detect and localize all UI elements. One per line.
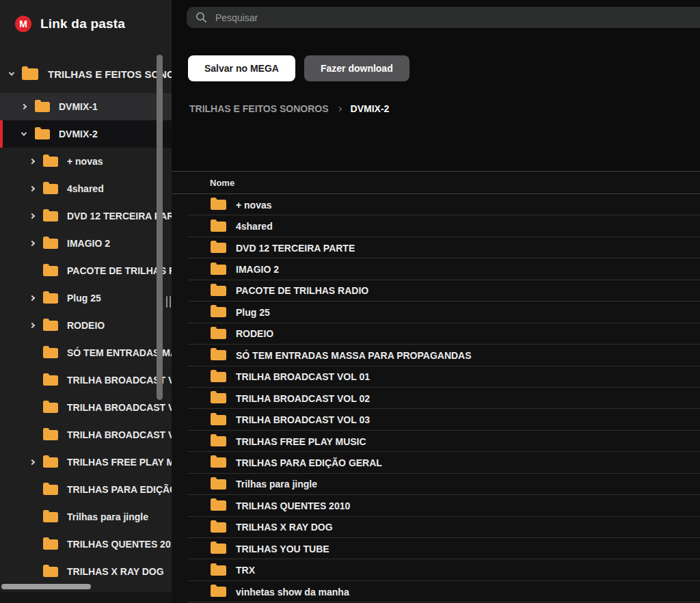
tree-item[interactable]: 4shared <box>0 175 172 202</box>
table-row[interactable]: PACOTE DE TRILHAS RADIO <box>172 280 700 302</box>
row-label: TRILHAS QUENTES 2010 <box>236 500 350 511</box>
table-row[interactable]: SÓ TEM ENTRADAS MASSA PARA PROPAGANDAS <box>172 345 700 366</box>
list-header[interactable]: Nome <box>172 171 700 194</box>
breadcrumb: TRILHAS E FEITOS SONOROS DVMIX-2 <box>189 103 389 114</box>
table-row[interactable]: TRILHAS YOU TUBE <box>172 538 700 559</box>
table-row[interactable]: IMAGIO 2 <box>172 258 700 280</box>
chevron-right-icon[interactable] <box>27 214 37 218</box>
folder-icon <box>43 375 58 386</box>
folder-icon <box>43 293 58 304</box>
tree-item-dvmix-2[interactable]: DVMIX-2 <box>0 120 172 148</box>
folder-icon <box>43 239 58 249</box>
folder-icon <box>211 500 226 511</box>
tree-item[interactable]: PACOTE DE TRILHAS RADIO <box>0 257 172 284</box>
save-to-mega-button[interactable]: Salvar no MEGA <box>188 55 295 81</box>
mega-logo-icon[interactable]: M <box>15 16 31 32</box>
folder-icon <box>43 567 58 577</box>
sidebar-resize-handle[interactable] <box>166 296 171 308</box>
tree-item[interactable]: TRILHAS PARA EDIÇÃO GERAL <box>0 476 172 503</box>
tree-item[interactable]: TRILHAS X RAY DOG <box>0 558 172 585</box>
tree-item[interactable]: RODEIO <box>0 312 172 339</box>
tree-item[interactable]: TRILHA BROADCAST VOL 03 <box>0 421 172 448</box>
row-label: Trilhas para jingle <box>236 479 317 490</box>
tree-item-label: TRILHAS X RAY DOG <box>67 566 164 577</box>
row-label: RODEIO <box>236 328 273 339</box>
tree-item[interactable]: TRILHAS FREE PLAY MUSIC <box>0 448 172 476</box>
tree-item[interactable]: TRILHA BROADCAST VOL 02 <box>0 394 172 421</box>
page-title: Link da pasta <box>40 16 125 31</box>
chevron-right-icon[interactable] <box>27 460 37 464</box>
tree-item-label: TRILHAS FREE PLAY MUSIC <box>67 457 172 468</box>
folder-icon <box>43 321 58 331</box>
row-label: TRX <box>236 565 255 576</box>
folder-icon <box>43 266 58 276</box>
search-bar[interactable] <box>187 7 700 28</box>
tree-root-folder[interactable]: TRILHAS E FEITOS SONOROS <box>0 59 172 89</box>
tree-item-label: DVMIX-2 <box>59 129 98 139</box>
row-label: TRILHA BROADCAST VOL 01 <box>236 371 370 382</box>
chevron-right-icon[interactable] <box>27 187 37 191</box>
table-row[interactable]: TRILHAS FREE PLAY MUSIC <box>172 431 700 452</box>
tree-item[interactable]: IMAGIO 2 <box>0 230 172 257</box>
sidebar-vertical-scrollbar[interactable] <box>157 55 163 400</box>
file-list: Nome + novas 4shared DVD 12 TERCEIRA PAR… <box>172 171 700 603</box>
table-row[interactable]: RODEIO <box>172 323 700 345</box>
table-row[interactable]: 4shared <box>172 215 700 237</box>
chevron-right-icon[interactable] <box>27 159 37 163</box>
folder-icon <box>43 539 58 550</box>
row-label: TRILHA BROADCAST VOL 03 <box>236 414 370 425</box>
table-row[interactable]: TRILHAS PARA EDIÇÃO GERAL <box>172 452 700 473</box>
tree-item[interactable]: + novas <box>0 148 172 175</box>
tree-item[interactable]: Plug 25 <box>0 284 172 312</box>
tree-item-label: TRILHAS E FEITOS SONOROS <box>48 68 172 80</box>
action-buttons: Salvar no MEGA Fazer download <box>188 55 409 81</box>
tree-item[interactable]: TRILHA BROADCAST VOL 01 <box>0 366 172 394</box>
tree-item-label: IMAGIO 2 <box>67 238 110 249</box>
tree-item[interactable]: DVD 12 TERCEIRA PARTE <box>0 202 172 230</box>
table-row[interactable]: + novas <box>172 194 700 215</box>
folder-icon <box>211 286 226 296</box>
tree-item-dvmix-1[interactable]: DVMIX-1 <box>0 93 172 120</box>
chevron-down-icon[interactable] <box>19 132 29 136</box>
table-row[interactable]: TRX <box>172 559 700 580</box>
chevron-right-icon[interactable] <box>27 323 37 327</box>
table-row[interactable]: TRILHA BROADCAST VOL 02 <box>172 388 700 409</box>
row-label: SÓ TEM ENTRADAS MASSA PARA PROPAGANDAS <box>236 350 472 361</box>
sidebar: M Link da pasta TRILHAS E FEITOS SONOROS… <box>0 0 172 603</box>
breadcrumb-parent[interactable]: TRILHAS E FEITOS SONOROS <box>189 103 329 114</box>
table-row[interactable]: TRILHA BROADCAST VOL 01 <box>172 366 700 388</box>
tree-item[interactable]: SÓ TEM ENTRADAS MASSA PARA PROPAGANDAS <box>0 339 172 366</box>
chevron-right-icon[interactable] <box>27 241 37 245</box>
tree-item[interactable]: TRILHAS QUENTES 2010 <box>0 531 172 558</box>
download-button[interactable]: Fazer download <box>304 55 409 81</box>
folder-icon <box>211 587 226 597</box>
folder-icon <box>211 200 226 210</box>
folder-icon <box>211 329 226 339</box>
folder-icon <box>43 348 58 358</box>
folder-icon <box>211 243 226 253</box>
table-row[interactable]: TRILHAS X RAY DOG <box>172 517 700 538</box>
tree-item[interactable]: Trilhas para jingle <box>0 503 172 531</box>
table-row[interactable]: TRILHAS QUENTES 2010 <box>172 495 700 516</box>
search-input[interactable] <box>215 12 619 23</box>
folder-icon <box>211 544 226 554</box>
folder-tree: TRILHAS E FEITOS SONOROS DVMIX-1 DVMIX-2… <box>0 59 172 585</box>
sidebar-horizontal-scrollbar[interactable] <box>1 584 91 589</box>
table-row[interactable]: vinhetas show da manha <box>172 581 700 602</box>
tree-item-label: TRILHAS PARA EDIÇÃO GERAL <box>67 484 172 495</box>
table-row[interactable]: DVD 12 TERCEIRA PARTE <box>172 237 700 258</box>
row-label: IMAGIO 2 <box>236 264 279 275</box>
folder-icon <box>211 222 226 232</box>
chevron-right-icon[interactable] <box>27 296 37 300</box>
sidebar-footer <box>0 592 172 603</box>
chevron-down-icon[interactable] <box>7 72 16 76</box>
table-row[interactable]: Plug 25 <box>172 302 700 323</box>
table-row[interactable]: Trilhas para jingle <box>172 474 700 495</box>
chevron-right-icon[interactable] <box>19 105 29 109</box>
column-header-name[interactable]: Nome <box>210 178 234 188</box>
row-label: vinhetas show da manha <box>236 587 349 598</box>
table-row[interactable]: TRILHA BROADCAST VOL 03 <box>172 409 700 430</box>
tree-item-label: TRILHAS QUENTES 2010 <box>67 539 172 550</box>
tree-item-label: + novas <box>67 156 103 167</box>
folder-icon <box>211 307 226 317</box>
